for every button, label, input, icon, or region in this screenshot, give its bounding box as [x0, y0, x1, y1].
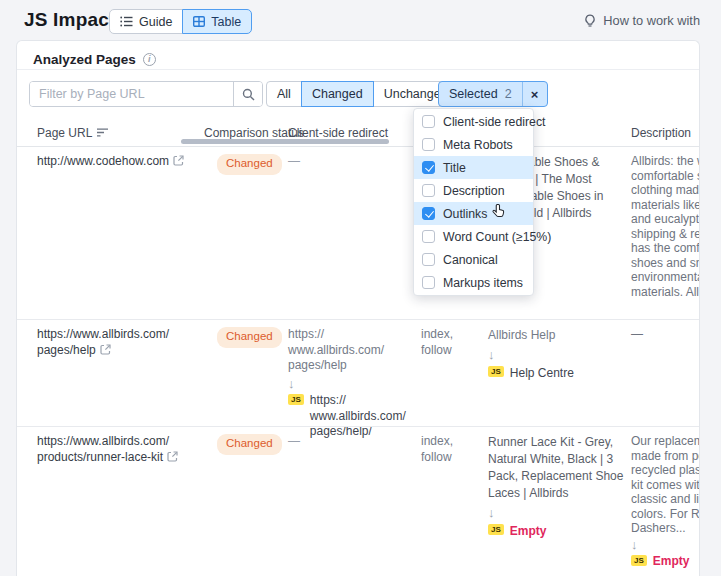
title-arrow-icon: ↓: [488, 344, 626, 365]
list-icon: [120, 16, 133, 27]
filter-changed-button[interactable]: Changed: [301, 81, 374, 107]
js-badge: JS: [288, 394, 304, 405]
url-filter-group: [29, 81, 263, 107]
meta-robots-cell: index, follow: [421, 427, 488, 576]
page-url-cell: http://www.codehow.com: [37, 147, 204, 319]
search-button[interactable]: [233, 82, 262, 106]
status-cell: Changed: [204, 147, 288, 319]
menu-item-outlinks[interactable]: Outlinks: [414, 202, 533, 225]
title-original: Allbirds Help: [488, 327, 626, 344]
redirect-cell: —: [288, 147, 421, 319]
status-filter-segments: All Changed Unchanged: [266, 81, 459, 107]
page-url-cell: https://www.allbirds.com/products/runner…: [37, 427, 204, 576]
redirect-cell: —: [288, 427, 421, 576]
menu-item-description[interactable]: Description: [414, 179, 533, 202]
info-icon[interactable]: i: [143, 53, 156, 66]
how-to-work-with-label: How to work with: [603, 13, 700, 28]
horizontal-scrollbar[interactable]: [181, 139, 389, 144]
menu-item-markups-items[interactable]: Markups items: [414, 271, 533, 294]
close-icon[interactable]: ×: [522, 81, 547, 107]
table-row: http://www.codehow.com Changed — Sustain…: [17, 147, 699, 319]
filter-all-button[interactable]: All: [266, 81, 302, 107]
description-cell: Our replacement laces are made from post…: [631, 427, 700, 576]
table-row: https://www.allbirds.com/pages/help Chan…: [17, 319, 699, 426]
js-badge: JS: [488, 366, 504, 377]
js-badge: JS: [631, 555, 647, 566]
external-link-icon[interactable]: [173, 155, 184, 166]
status-badge: Changed: [217, 434, 282, 455]
selected-chip-count: 2: [505, 87, 522, 101]
title-arrow-icon: ↓: [488, 502, 626, 523]
redirect-original: https://www.allbirds.com/pages/help: [288, 327, 407, 374]
view-toggle: Guide Table: [109, 9, 252, 34]
header-page-url[interactable]: Page URL: [37, 126, 204, 140]
table-icon: [193, 16, 205, 27]
columns-dropdown-menu: Client-side redirect Meta Robots Title D…: [413, 108, 534, 296]
tab-table[interactable]: Table: [182, 9, 252, 34]
selected-chip-label: Selected: [439, 87, 505, 101]
card-header: Analyzed Pages i: [17, 41, 699, 70]
tab-guide[interactable]: Guide: [109, 9, 183, 34]
tab-table-label: Table: [211, 15, 241, 29]
page-title: JS Impact: [24, 9, 116, 31]
page-url-filter-input[interactable]: [30, 82, 233, 106]
title-cell: Allbirds Help ↓ JS Help Centre: [488, 320, 631, 440]
lightbulb-icon: [583, 14, 597, 28]
status-badge: Changed: [217, 154, 282, 175]
checkbox-checked-icon[interactable]: [422, 207, 435, 220]
status-badge: Changed: [217, 327, 282, 348]
external-link-icon[interactable]: [100, 344, 111, 355]
description-cell: Allbirds: the world's most comfortable s…: [631, 147, 700, 319]
js-badge: JS: [488, 524, 504, 535]
header-client-side-redirect: Client-side redirect: [288, 126, 421, 140]
menu-item-meta-robots[interactable]: Meta Robots: [414, 133, 533, 156]
how-to-work-with-link[interactable]: How to work with: [583, 13, 700, 28]
status-cell: Changed: [204, 427, 288, 576]
js-impact-screen: JS Impact Guide Table How to work with A…: [0, 0, 721, 576]
menu-item-word-count[interactable]: Word Count (≥15%): [414, 225, 533, 248]
status-cell: Changed: [204, 320, 288, 440]
card-title: Analyzed Pages: [33, 52, 136, 67]
external-link-icon[interactable]: [167, 451, 178, 462]
tab-guide-label: Guide: [139, 15, 172, 29]
checkbox-unchecked-icon[interactable]: [422, 138, 435, 151]
menu-item-canonical[interactable]: Canonical: [414, 248, 533, 271]
meta-robots-cell: index, follow: [421, 320, 488, 440]
title-js-empty: Empty: [510, 523, 547, 540]
checkbox-unchecked-icon[interactable]: [422, 230, 435, 243]
checkbox-unchecked-icon[interactable]: [422, 276, 435, 289]
table-row: https://www.allbirds.com/products/runner…: [17, 426, 699, 576]
redirect-cell: https://www.allbirds.com/pages/help ↓ JS…: [288, 320, 421, 440]
filter-bar: All Changed Unchanged Selected 2 ×: [17, 70, 699, 119]
title-original: Runner Lace Kit - Grey, Natural White, B…: [488, 434, 626, 502]
checkbox-unchecked-icon[interactable]: [422, 184, 435, 197]
description-original: Our replacement laces are made from post…: [631, 434, 700, 536]
sort-icon[interactable]: [97, 128, 108, 137]
search-icon: [242, 88, 255, 101]
header-description: Description: [631, 126, 700, 140]
description-cell: —: [631, 320, 700, 440]
analyzed-pages-card: Analyzed Pages i All Changed Unchanged S…: [16, 40, 700, 576]
checkbox-checked-icon[interactable]: [422, 161, 435, 174]
title-js-value: Help Centre: [510, 365, 574, 382]
header-comparison-status: Comparison status: [204, 126, 288, 140]
redirect-arrow-icon: ↓: [288, 374, 407, 394]
page-url-cell: https://www.allbirds.com/pages/help: [37, 320, 204, 440]
selected-columns-chip[interactable]: Selected 2 ×: [438, 81, 548, 107]
description-arrow-icon: ↓: [631, 536, 700, 555]
menu-item-client-side-redirect[interactable]: Client-side redirect: [414, 110, 533, 133]
checkbox-unchecked-icon[interactable]: [422, 253, 435, 266]
checkbox-unchecked-icon[interactable]: [422, 115, 435, 128]
menu-item-title[interactable]: Title: [414, 156, 533, 179]
description-js-empty: Empty: [653, 554, 690, 569]
title-cell: Runner Lace Kit - Grey, Natural White, B…: [488, 427, 631, 576]
